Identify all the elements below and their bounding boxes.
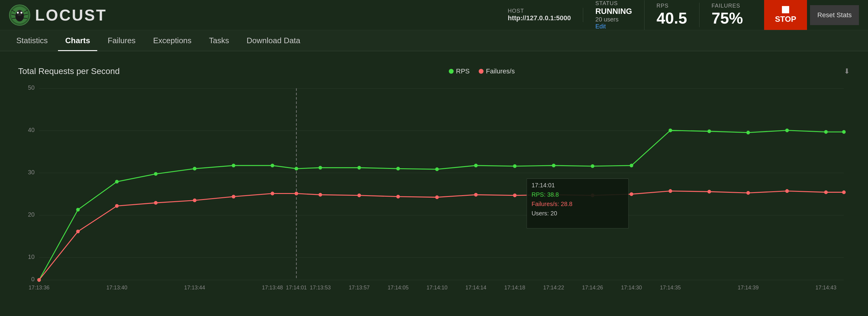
tab-charts[interactable]: Charts — [58, 30, 97, 51]
svg-point-37 — [474, 164, 478, 167]
svg-point-52 — [193, 198, 196, 202]
svg-text:17:14:43: 17:14:43 — [815, 284, 836, 290]
svg-point-43 — [707, 129, 711, 133]
chart-area: 50 40 30 20 10 0 — [18, 82, 850, 294]
svg-text:17:13:40: 17:13:40 — [106, 284, 127, 290]
svg-text:Failures/s: 28.8: Failures/s: 28.8 — [532, 200, 572, 207]
svg-point-11 — [21, 12, 22, 13]
app-title: LOCUST — [35, 6, 107, 24]
legend-rps: RPS — [449, 67, 470, 75]
svg-point-69 — [824, 190, 828, 194]
tab-statistics[interactable]: Statistics — [9, 30, 55, 51]
svg-point-27 — [115, 180, 119, 183]
svg-text:17:13:57: 17:13:57 — [349, 284, 370, 290]
svg-point-64 — [630, 192, 633, 196]
svg-text:50: 50 — [28, 84, 34, 91]
locust-logo-icon — [9, 4, 30, 26]
download-chart-button[interactable]: ⬇ — [844, 67, 850, 75]
host-label: HOST — [508, 8, 571, 14]
svg-point-66 — [707, 190, 711, 193]
legend-failures: Failures/s — [479, 67, 515, 75]
svg-point-40 — [591, 164, 594, 168]
svg-text:17:13:53: 17:13:53 — [310, 284, 331, 290]
svg-point-47 — [842, 130, 846, 134]
svg-point-53 — [231, 195, 235, 198]
svg-text:17:14:26: 17:14:26 — [582, 284, 603, 290]
legend-failures-label: Failures/s — [486, 67, 515, 75]
svg-text:17:14:22: 17:14:22 — [543, 284, 564, 290]
svg-text:17:14:30: 17:14:30 — [621, 284, 642, 290]
svg-line-9 — [23, 18, 27, 19]
stop-icon — [782, 6, 789, 13]
legend-failures-dot — [479, 69, 484, 74]
svg-point-32 — [294, 167, 298, 170]
rps-value: 40.5 — [657, 9, 687, 27]
header: LOCUST HOST http://127.0.0.1:5000 STATUS… — [0, 0, 868, 30]
svg-text:17:14:35: 17:14:35 — [660, 284, 681, 290]
reset-stats-button[interactable]: Reset Stats — [810, 5, 859, 25]
svg-text:40: 40 — [28, 126, 34, 133]
svg-point-59 — [435, 195, 439, 199]
header-stats: HOST http://127.0.0.1:5000 STATUS RUNNIN… — [496, 0, 859, 30]
host-value: http://127.0.0.1:5000 — [508, 14, 571, 22]
svg-point-35 — [396, 167, 400, 170]
svg-point-67 — [746, 191, 750, 195]
stat-host: HOST http://127.0.0.1:5000 — [496, 8, 583, 22]
svg-text:17:13:44: 17:13:44 — [184, 284, 205, 290]
nav-bar: Statistics Charts Failures Exceptions Ta… — [0, 30, 868, 51]
svg-point-30 — [231, 164, 235, 167]
svg-point-57 — [357, 194, 361, 197]
svg-text:10: 10 — [28, 253, 34, 260]
svg-text:17:14:10: 17:14:10 — [427, 284, 447, 290]
chart-legend: RPS Failures/s — [449, 67, 515, 75]
legend-rps-dot — [449, 69, 454, 74]
svg-point-61 — [513, 194, 517, 197]
svg-text:17:14:01: 17:14:01 — [286, 284, 307, 290]
svg-point-49 — [76, 230, 80, 233]
users-value: 20 users — [595, 16, 632, 23]
edit-link[interactable]: Edit — [595, 23, 632, 30]
stat-rps: RPS 40.5 — [645, 3, 700, 27]
svg-point-55 — [294, 192, 298, 195]
svg-point-36 — [435, 167, 439, 171]
svg-text:17:13:36: 17:13:36 — [29, 284, 50, 290]
svg-point-41 — [630, 164, 633, 167]
tab-download-data[interactable]: Download Data — [240, 30, 308, 51]
chart-header: Total Requests per Second RPS Failures/s… — [18, 66, 850, 76]
svg-point-34 — [357, 166, 361, 169]
svg-point-26 — [76, 208, 80, 212]
status-value: RUNNING — [595, 7, 632, 16]
svg-text:Users: 20: Users: 20 — [532, 210, 557, 216]
chart-container: Total Requests per Second RPS Failures/s… — [6, 57, 862, 303]
svg-point-51 — [154, 201, 158, 204]
svg-text:30: 30 — [28, 168, 34, 175]
tab-tasks[interactable]: Tasks — [202, 30, 236, 51]
svg-point-58 — [396, 195, 400, 198]
svg-text:17:14:01: 17:14:01 — [532, 182, 555, 189]
chart-svg: 50 40 30 20 10 0 — [18, 82, 850, 294]
svg-point-68 — [785, 189, 789, 193]
svg-text:20: 20 — [28, 211, 34, 218]
failures-label: FAILURES — [712, 3, 743, 9]
svg-point-39 — [552, 164, 555, 167]
logo-area: LOCUST — [9, 4, 107, 26]
svg-point-50 — [115, 204, 119, 208]
svg-point-46 — [824, 130, 828, 134]
svg-point-29 — [193, 167, 196, 170]
svg-point-10 — [17, 12, 19, 13]
legend-rps-label: RPS — [456, 67, 470, 75]
svg-text:17:14:39: 17:14:39 — [738, 284, 758, 290]
status-label: STATUS — [595, 0, 632, 7]
svg-line-8 — [12, 18, 16, 19]
tab-exceptions[interactable]: Exceptions — [146, 30, 199, 51]
svg-point-60 — [474, 193, 478, 196]
chart-title: Total Requests per Second — [18, 66, 120, 76]
tab-failures[interactable]: Failures — [100, 30, 143, 51]
svg-point-38 — [513, 164, 517, 168]
stop-button[interactable]: STOP — [764, 0, 807, 30]
svg-point-31 — [271, 164, 274, 167]
svg-point-48 — [37, 278, 41, 282]
stat-status: STATUS RUNNING 20 users Edit — [583, 0, 644, 30]
svg-text:RPS: 38.8: RPS: 38.8 — [532, 191, 559, 197]
svg-text:17:14:18: 17:14:18 — [504, 284, 525, 290]
